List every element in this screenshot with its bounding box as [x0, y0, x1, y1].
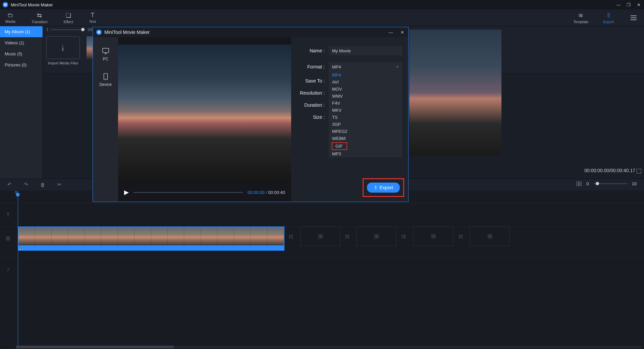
audio-track-icon: ♪: [0, 266, 16, 273]
export-button[interactable]: ⇧ Export: [603, 12, 614, 24]
link-icon[interactable]: ⛓: [401, 234, 406, 239]
sidebar-item-my-album[interactable]: My Album (1): [0, 26, 43, 37]
format-option-avi[interactable]: AVI: [329, 79, 402, 86]
transition-icon: ⇆: [37, 12, 42, 19]
transition-button[interactable]: ⇆ Transition: [32, 12, 48, 24]
empty-clip-slot[interactable]: ⊞: [356, 227, 396, 246]
export-target-tabs: PC Device: [93, 37, 118, 202]
format-option-gif[interactable]: GIF: [332, 143, 347, 150]
export-button-label: Export: [380, 185, 393, 190]
app-logo-icon: M: [3, 2, 8, 7]
export-settings: Name : Format : MP4 ▼ MP4 AVI MOV WMV F4…: [291, 37, 408, 202]
monitor-icon: [101, 47, 110, 55]
media-button[interactable]: 🗀 Media: [5, 12, 15, 24]
sidebar-item-count: (1): [25, 30, 30, 34]
tablet-icon: [101, 73, 110, 80]
audio-waveform[interactable]: [18, 246, 284, 251]
fullscreen-icon[interactable]: [637, 169, 641, 173]
size-label: Size :: [296, 114, 325, 120]
playback-time: 00:00:00 / 00:00:40: [248, 190, 285, 195]
format-select[interactable]: MP4 ▼: [329, 62, 402, 71]
timeline-zoom-slider[interactable]: [594, 183, 627, 184]
video-track-icon: ⊞: [0, 235, 16, 242]
media-label: Media: [5, 19, 15, 23]
link-icon[interactable]: ⛓: [458, 234, 463, 239]
import-label: Import Media Files: [46, 61, 80, 65]
close-icon[interactable]: ✕: [636, 2, 641, 7]
delete-button[interactable]: 🗑: [40, 182, 45, 188]
export-confirm-button[interactable]: ⇧ Export: [367, 183, 400, 193]
preview-timecode: 00:00:00.00/00:00:40.17: [584, 168, 635, 173]
transition-label: Transition: [32, 20, 48, 24]
format-selected: MP4: [332, 64, 341, 69]
audio-track[interactable]: ♪: [0, 257, 644, 281]
preview-background: [409, 30, 501, 155]
name-input[interactable]: [329, 46, 402, 55]
sidebar-item-pictures[interactable]: Pictures (0): [0, 59, 43, 70]
format-option-mp4[interactable]: MP4: [329, 71, 402, 79]
text-button[interactable]: T Text: [89, 12, 96, 24]
format-option-mpeg2[interactable]: MPEG2: [329, 128, 402, 135]
format-option-mkv[interactable]: MKV: [329, 107, 402, 114]
dialog-minimize-icon[interactable]: —: [388, 30, 393, 35]
format-option-f4v[interactable]: F4V: [329, 100, 402, 107]
format-dropdown: MP4 AVI MOV WMV F4V MKV TS 3GP MPEG2 WEB…: [329, 71, 402, 157]
tab-pc-label: PC: [103, 57, 108, 61]
resolution-label: Resolution :: [296, 90, 325, 96]
sidebar-item-count: (5): [17, 52, 22, 56]
template-button[interactable]: ≋ Template: [574, 12, 589, 24]
link-icon[interactable]: ⛓: [288, 234, 293, 239]
name-label: Name :: [296, 48, 325, 53]
import-media-button[interactable]: ⭳: [46, 36, 80, 59]
sidebar-item-videos[interactable]: Videos (1): [0, 37, 43, 48]
format-label: Format :: [296, 64, 325, 69]
text-track-icon: T: [0, 212, 16, 218]
chevron-down-icon: ▼: [396, 65, 399, 68]
text-track[interactable]: T: [0, 203, 644, 227]
cut-button[interactable]: ✂: [57, 182, 62, 188]
format-option-webm[interactable]: WEBM: [329, 135, 402, 142]
tab-device[interactable]: Device: [99, 73, 112, 87]
play-progress[interactable]: [133, 192, 243, 193]
link-icon[interactable]: ⛓: [345, 234, 350, 239]
sidebar-item-label: Pictures: [5, 62, 20, 67]
empty-clip-slot[interactable]: ⊞: [300, 227, 340, 246]
sidebar-item-label: Music: [5, 51, 16, 56]
maximize-icon[interactable]: ❐: [626, 2, 631, 7]
timeline: 0s T ⊞ ♪ ⛓ ⊞ ⛓ ⊞ ⛓ ⊞ ⛓ ⊞: [0, 190, 644, 349]
export-highlight: ⇧ Export: [363, 178, 404, 197]
redo-button[interactable]: ↷: [24, 182, 28, 188]
app-title: MiniTool Movie Maker: [11, 2, 53, 7]
zoom-min: 1: [46, 28, 48, 32]
dialog-titlebar: M MiniTool Movie Maker — ✕: [93, 27, 408, 37]
sidebar-item-count: (1): [19, 41, 24, 45]
tab-pc[interactable]: PC: [101, 47, 110, 61]
sidebar-item-music[interactable]: Music (5): [0, 48, 43, 59]
dialog-title: MiniTool Movie Maker: [104, 30, 150, 35]
sidebar-item-label: Videos: [5, 40, 18, 45]
upload-icon: ⇧: [374, 185, 378, 190]
undo-button[interactable]: ↶: [7, 182, 12, 188]
sidebar-item-label: My Album: [5, 29, 24, 34]
effect-button[interactable]: ❏ Effect: [64, 12, 73, 24]
format-option-mp3[interactable]: MP3: [329, 150, 402, 157]
format-option-ts[interactable]: TS: [329, 114, 402, 121]
empty-clip-slot[interactable]: ⊞: [413, 227, 453, 246]
format-option-3gp[interactable]: 3GP: [329, 121, 402, 128]
video-clip[interactable]: [18, 227, 284, 246]
effect-icon: ❏: [66, 12, 71, 19]
media-zoom-slider[interactable]: [51, 29, 85, 30]
preview-frame: [118, 45, 291, 183]
format-option-mov[interactable]: MOV: [329, 86, 402, 93]
format-option-wmv[interactable]: WMV: [329, 93, 402, 100]
minimize-icon[interactable]: —: [616, 2, 621, 7]
zoom-out-label: 0: [586, 181, 589, 186]
dialog-close-icon[interactable]: ✕: [399, 30, 405, 35]
folder-icon: 🗀: [7, 12, 13, 19]
zoom-in-label: 10: [632, 181, 637, 186]
menu-button[interactable]: [629, 13, 639, 22]
empty-clip-slot[interactable]: ⊞: [470, 227, 510, 246]
fit-icon[interactable]: ⊡: [576, 182, 582, 186]
timeline-scrollbar[interactable]: [16, 346, 641, 348]
play-button[interactable]: ▶: [124, 189, 129, 196]
